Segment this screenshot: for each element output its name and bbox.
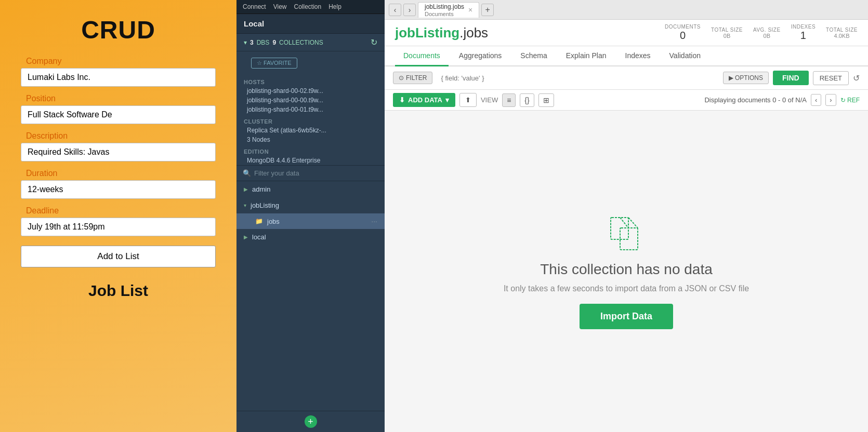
nav-back-button[interactable]: ‹: [389, 4, 401, 16]
empty-state-icon: [606, 213, 647, 255]
stat-indexes-size: TOTAL SIZE 4.0KB: [826, 27, 858, 39]
add-db-button[interactable]: +: [305, 415, 317, 428]
filter-toolbar: ⊙ FILTER ▶ OPTIONS FIND RESET ↺: [385, 66, 868, 90]
deadline-input[interactable]: [21, 218, 216, 236]
chevron-right-icon-local: ▶: [244, 234, 248, 240]
undo-button[interactable]: ↺: [853, 73, 860, 83]
find-button[interactable]: FIND: [773, 71, 809, 85]
add-data-button[interactable]: ⬇ ADD DATA ▾: [393, 93, 455, 107]
tab-aggregations[interactable]: Aggregations: [451, 46, 510, 66]
view-code-button[interactable]: {}: [520, 93, 534, 107]
host-item-3[interactable]: joblisting-shard-00-01.t9w...: [236, 105, 385, 114]
tab-indexes[interactable]: Indexes: [617, 46, 659, 66]
stat-documents: DOCUMENTS 0: [665, 24, 701, 42]
db-joblisting-label: jobListing: [251, 201, 279, 209]
nav-forward-button[interactable]: ›: [403, 4, 416, 16]
indexes-stat-value: 1: [800, 30, 806, 42]
edition-section-label: EDITION: [236, 144, 385, 156]
description-input[interactable]: [21, 143, 216, 161]
avg-size-stat-label: AVG. SIZE: [753, 27, 781, 33]
menu-connect[interactable]: Connect: [243, 3, 266, 10]
import-data-button[interactable]: Import Data: [580, 304, 673, 329]
tab-documents[interactable]: Documents: [395, 46, 449, 66]
description-label: Description: [26, 131, 68, 141]
chevron-down-icon: ▾: [244, 39, 247, 46]
tab-schema[interactable]: Schema: [512, 46, 555, 66]
db-joblisting[interactable]: ▾ jobListing: [236, 197, 385, 213]
filter-icon: ⊙: [399, 74, 404, 82]
company-input[interactable]: [21, 68, 216, 87]
crud-title: CRUD: [81, 16, 155, 44]
add-db-section: +: [236, 411, 385, 432]
filter-button[interactable]: ⊙ FILTER: [393, 72, 432, 84]
export-button[interactable]: ⬆: [459, 93, 477, 107]
svg-line-3: [628, 218, 638, 228]
favorite-button[interactable]: ☆ FAVORITE: [251, 58, 297, 69]
svg-line-2: [620, 218, 628, 228]
add-to-list-button[interactable]: Add to List: [21, 246, 216, 267]
empty-state-subtext: It only takes a few seconds to import da…: [504, 284, 749, 293]
view-table-button[interactable]: ⊞: [538, 93, 554, 107]
tab-explain-plan[interactable]: Explain Plan: [558, 46, 615, 66]
total-size-stat-value: 0B: [724, 33, 730, 39]
tab-bar: ‹ › jobListing.jobs Documents × +: [385, 0, 868, 20]
new-tab-button[interactable]: +: [481, 4, 494, 16]
host-item-2[interactable]: joblisting-shard-00-00.t9w...: [236, 96, 385, 105]
indexes-total-stat-label: TOTAL SIZE: [826, 27, 858, 33]
add-data-label: ADD DATA: [408, 96, 442, 104]
collection-icon: 📁: [255, 218, 263, 225]
documents-stat-label: DOCUMENTS: [665, 24, 701, 30]
menu-collection[interactable]: Collection: [294, 3, 322, 10]
paging-info: Displaying documents 0 - 0 of N/A: [704, 96, 807, 104]
page-prev-button[interactable]: ‹: [811, 94, 821, 106]
db-local[interactable]: ▶ local: [236, 229, 385, 245]
refresh-icon[interactable]: ↻: [371, 37, 377, 47]
collection-title: jobListing.jobs: [395, 25, 488, 41]
collections-label: COLLECTIONS: [279, 39, 323, 46]
range-text: 0 - 0: [772, 96, 786, 104]
options-arrow-icon: ▶: [729, 74, 735, 82]
collection-title-black: .jobs: [459, 25, 488, 40]
sidebar-local-label: Local: [236, 14, 385, 34]
tab-close-icon[interactable]: ×: [468, 6, 472, 14]
collection-options-icon[interactable]: ···: [371, 217, 377, 225]
dbs-count: 3: [250, 39, 254, 46]
empty-state-heading: This collection has no data: [540, 261, 713, 278]
filter-input[interactable]: [254, 169, 378, 177]
avg-size-stat-value: 0B: [764, 33, 770, 39]
menu-view[interactable]: View: [273, 3, 287, 10]
filter-bar: 🔍: [236, 165, 385, 181]
cluster-nodes: 3 Nodes: [236, 135, 385, 144]
displaying-label: Displaying documents: [704, 96, 770, 104]
filter-query-input[interactable]: [437, 72, 718, 84]
refresh-data-button[interactable]: ↻ REF: [840, 97, 860, 104]
db-admin[interactable]: ▶ admin: [236, 181, 385, 197]
options-button[interactable]: ▶ OPTIONS: [723, 72, 769, 84]
reset-button[interactable]: RESET: [813, 71, 849, 85]
page-next-button[interactable]: ›: [825, 94, 836, 106]
tab-subtitle: Documents: [425, 11, 464, 17]
view-list-button[interactable]: ≡: [502, 93, 516, 107]
tab-validation[interactable]: Validation: [661, 46, 709, 66]
tab-joblisting-jobs[interactable]: jobListing.jobs Documents ×: [418, 2, 479, 18]
stat-indexes: INDEXES 1: [791, 24, 816, 42]
duration-input[interactable]: [21, 180, 216, 199]
collection-jobs[interactable]: 📁 jobs ···: [236, 213, 385, 229]
collection-stats: DOCUMENTS 0 TOTAL SIZE 0B AVG. SIZE 0B I…: [665, 24, 858, 42]
of-text: of N/A: [788, 96, 807, 104]
host-item-1[interactable]: joblisting-shard-00-02.t9w...: [236, 86, 385, 96]
collection-title-green: jobListing: [395, 25, 459, 40]
position-label: Position: [26, 94, 56, 103]
menu-help[interactable]: Help: [328, 3, 341, 10]
indexes-total-stat-value: 4.0KB: [834, 33, 850, 39]
collection-header: jobListing.jobs DOCUMENTS 0 TOTAL SIZE 0…: [385, 20, 868, 46]
position-input[interactable]: [21, 105, 216, 124]
main-content: ‹ › jobListing.jobs Documents × + jobLis…: [385, 0, 868, 432]
documents-stat-value: 0: [680, 30, 686, 42]
mongo-sidebar: Connect View Collection Help Local ▾ 3 D…: [236, 0, 385, 432]
menu-bar: Connect View Collection Help: [236, 0, 385, 14]
stat-avg-size: AVG. SIZE 0B: [753, 27, 781, 39]
chevron-right-icon: ▶: [244, 186, 248, 192]
collections-count: 9: [272, 39, 276, 46]
empty-state: This collection has no data It only take…: [385, 111, 868, 432]
